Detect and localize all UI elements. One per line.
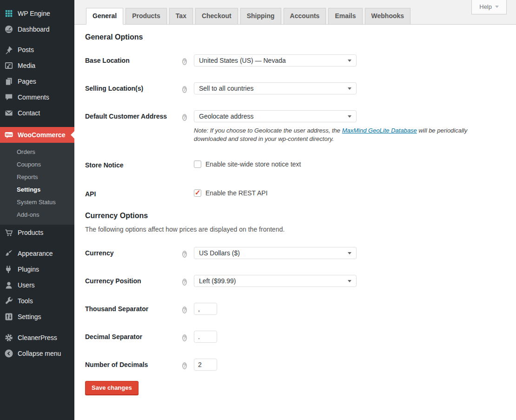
admin-sidebar: WP Engine Dashboard Posts Media Pages bbox=[0, 0, 74, 420]
sidebar-item-posts[interactable]: Posts bbox=[0, 42, 74, 58]
sidebar-item-settings[interactable]: Settings bbox=[0, 309, 74, 325]
default-customer-address-select[interactable]: Geolocate address bbox=[194, 110, 357, 122]
selected-value: Left ($99.99) bbox=[199, 277, 236, 285]
geolocate-note: Note: If you choose to Geolocate the use… bbox=[194, 127, 501, 143]
sidebar-item-dashboard[interactable]: Dashboard bbox=[0, 21, 74, 37]
selected-value: Sell to all countries bbox=[199, 85, 254, 92]
field-label: Base Location bbox=[85, 54, 182, 64]
selected-value: United States (US) — Nevada bbox=[199, 57, 286, 64]
base-location-select[interactable]: United States (US) — Nevada bbox=[194, 54, 357, 67]
sidebar-item-contact[interactable]: Contact bbox=[0, 105, 74, 121]
submenu-item-reports[interactable]: Reports bbox=[0, 171, 74, 183]
decimal-separator-input[interactable] bbox=[194, 331, 217, 343]
help-tip-icon[interactable]: ? bbox=[182, 362, 187, 369]
comment-bubble-icon bbox=[4, 93, 13, 102]
cart-icon bbox=[4, 228, 13, 237]
sidebar-item-comments[interactable]: Comments bbox=[0, 89, 74, 105]
tab-emails[interactable]: Emails bbox=[328, 8, 362, 25]
sidebar-item-appearance[interactable]: Appearance bbox=[0, 246, 74, 261]
help-tip-icon[interactable]: ? bbox=[182, 307, 187, 313]
form-row-default-customer-address: Default Customer Address ? Geolocate add… bbox=[85, 110, 507, 143]
pages-icon bbox=[4, 77, 13, 86]
help-tip-icon[interactable]: ? bbox=[182, 334, 187, 341]
maxmind-geolite-link[interactable]: MaxMind GeoLite Database bbox=[342, 127, 417, 134]
sidebar-label: Appearance bbox=[18, 250, 53, 257]
tab-checkout[interactable]: Checkout bbox=[195, 8, 238, 25]
pushpin-icon bbox=[4, 45, 13, 54]
currency-position-select[interactable]: Left ($99.99) bbox=[194, 275, 357, 287]
user-icon bbox=[4, 280, 13, 290]
tab-webhooks[interactable]: Webhooks bbox=[365, 8, 411, 25]
submenu-item-orders[interactable]: Orders bbox=[0, 146, 74, 158]
sidebar-label: Contact bbox=[18, 109, 40, 117]
sidebar-item-tools[interactable]: Tools bbox=[0, 293, 74, 309]
form-row-thousand-separator: Thousand Separator ? bbox=[85, 303, 507, 315]
currency-section-description: The following options affect how prices … bbox=[85, 226, 507, 233]
sidebar-label: WooCommerce bbox=[18, 131, 65, 139]
sidebar-label: Plugins bbox=[18, 266, 39, 273]
field-label: Default Customer Address bbox=[85, 110, 182, 120]
sidebar-item-wp-engine[interactable]: WP Engine bbox=[0, 6, 74, 21]
sidebar-item-products[interactable]: Products bbox=[0, 225, 74, 240]
chevron-down-icon bbox=[495, 6, 499, 10]
dropdown-caret-icon bbox=[348, 60, 351, 64]
sidebar-label: Comments bbox=[18, 93, 49, 101]
submenu-item-addons[interactable]: Add-ons bbox=[0, 208, 74, 221]
field-label: Store Notice bbox=[85, 159, 182, 169]
sidebar-item-woocommerce[interactable]: Woo WooCommerce bbox=[0, 127, 74, 143]
top-band: Help General Products Tax Checkout Shipp… bbox=[74, 0, 516, 25]
sliders-icon bbox=[4, 312, 13, 321]
wp-engine-grid-icon bbox=[4, 9, 13, 18]
submenu-item-coupons[interactable]: Coupons bbox=[0, 158, 74, 171]
envelope-icon bbox=[4, 108, 13, 118]
thousand-separator-input[interactable] bbox=[194, 303, 217, 315]
currency-select[interactable]: US Dollars ($) bbox=[194, 247, 357, 259]
help-tip-icon[interactable]: ? bbox=[182, 251, 187, 258]
form-row-currency: Currency ? US Dollars ($) bbox=[85, 247, 507, 259]
sidebar-item-media[interactable]: Media bbox=[0, 58, 74, 73]
help-tip-icon[interactable]: ? bbox=[182, 279, 187, 286]
tab-shipping[interactable]: Shipping bbox=[240, 8, 281, 25]
sidebar-item-pages[interactable]: Pages bbox=[0, 73, 74, 89]
sidebar-label: Settings bbox=[18, 313, 41, 320]
form-row-decimal-separator: Decimal Separator ? bbox=[85, 331, 507, 343]
checkbox-label: Enable site-wide store notice text bbox=[205, 160, 301, 168]
section-title-currency-options: Currency Options bbox=[85, 212, 507, 220]
help-button[interactable]: Help bbox=[471, 0, 507, 14]
sidebar-label: Users bbox=[18, 281, 35, 289]
field-label: Number of Decimals bbox=[85, 359, 182, 368]
submenu-item-settings[interactable]: Settings bbox=[0, 183, 74, 196]
sidebar-label: Media bbox=[18, 62, 35, 69]
help-tip-icon[interactable]: ? bbox=[182, 58, 187, 65]
sidebar-item-users[interactable]: Users bbox=[0, 277, 74, 293]
wrench-icon bbox=[4, 296, 13, 306]
field-label: Currency Position bbox=[85, 275, 182, 285]
field-label: Thousand Separator bbox=[85, 303, 182, 313]
tab-general[interactable]: General bbox=[86, 8, 123, 25]
save-changes-button[interactable]: Save changes bbox=[85, 381, 139, 395]
rest-api-checkbox[interactable] bbox=[194, 189, 201, 197]
tab-products[interactable]: Products bbox=[126, 8, 167, 25]
sidebar-label: Pages bbox=[18, 78, 36, 85]
help-tip-icon[interactable]: ? bbox=[182, 86, 187, 93]
tab-tax[interactable]: Tax bbox=[169, 8, 193, 25]
gear-icon bbox=[4, 333, 13, 342]
help-tip-icon[interactable]: ? bbox=[182, 114, 187, 121]
sidebar-item-collapse-menu[interactable]: Collapse menu bbox=[0, 346, 74, 361]
sidebar-label: CleanerPress bbox=[18, 334, 57, 341]
selling-location-select[interactable]: Sell to all countries bbox=[194, 82, 357, 94]
sidebar-item-plugins[interactable]: Plugins bbox=[0, 261, 74, 277]
sidebar-item-cleanerpress[interactable]: CleanerPress bbox=[0, 330, 74, 346]
dropdown-caret-icon bbox=[348, 280, 351, 284]
svg-text:Woo: Woo bbox=[6, 133, 12, 136]
field-label: Decimal Separator bbox=[85, 331, 182, 340]
checkbox-label: Enable the REST API bbox=[205, 189, 268, 197]
number-of-decimals-input[interactable] bbox=[194, 359, 217, 371]
store-notice-checkbox[interactable] bbox=[194, 160, 201, 168]
submenu-item-system-status[interactable]: System Status bbox=[0, 196, 74, 208]
tab-accounts[interactable]: Accounts bbox=[284, 8, 326, 25]
woocommerce-logo-icon: Woo bbox=[4, 130, 13, 140]
dropdown-caret-icon bbox=[348, 115, 351, 120]
plug-icon bbox=[4, 265, 13, 274]
form-row-selling-location: Selling Location(s) ? Sell to all countr… bbox=[85, 82, 507, 94]
